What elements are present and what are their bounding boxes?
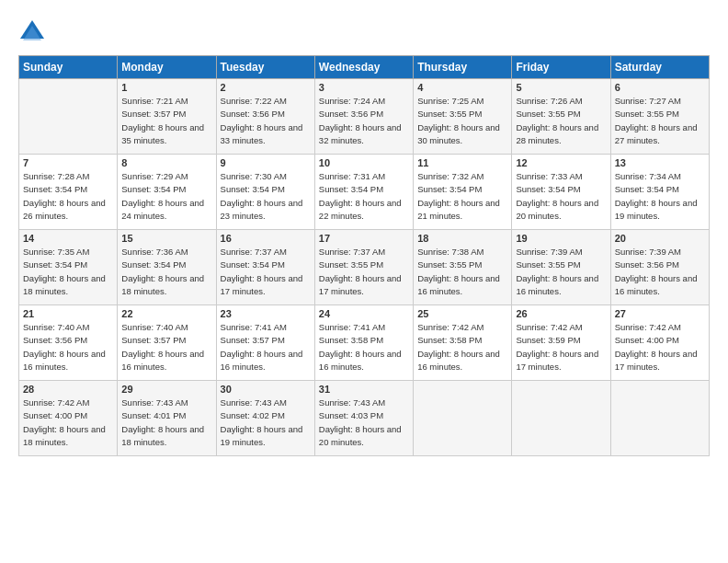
day-cell: 29 Sunrise: 7:43 AM Sunset: 4:01 PM Dayl… [118,381,216,456]
day-cell: 19 Sunrise: 7:39 AM Sunset: 3:55 PM Dayl… [512,230,610,305]
day-info: Sunrise: 7:25 AM Sunset: 3:55 PM Dayligh… [417,95,507,147]
day-cell: 7 Sunrise: 7:28 AM Sunset: 3:54 PM Dayli… [19,155,118,230]
sunset-text: Sunset: 3:58 PM [319,335,383,345]
day-number: 31 [319,384,409,395]
day-number: 25 [417,308,507,319]
sunset-text: Sunset: 3:54 PM [615,184,679,194]
day-info: Sunrise: 7:39 AM Sunset: 3:55 PM Dayligh… [516,246,606,298]
sunset-text: Sunset: 3:54 PM [319,184,383,194]
sunset-text: Sunset: 3:55 PM [615,109,679,119]
sunset-text: Sunset: 3:54 PM [121,184,186,194]
day-info: Sunrise: 7:29 AM Sunset: 3:54 PM Dayligh… [121,170,211,223]
sunrise-text: Sunrise: 7:43 AM [221,397,287,408]
sunset-text: Sunset: 4:03 PM [319,410,383,420]
week-row-4: 21 Sunrise: 7:40 AM Sunset: 3:56 PM Dayl… [19,305,710,381]
day-number: 13 [615,157,705,168]
day-cell: 31 Sunrise: 7:43 AM Sunset: 4:03 PM Dayl… [314,381,413,456]
day-info: Sunrise: 7:33 AM Sunset: 3:54 PM Dayligh… [516,170,606,223]
day-cell: 3 Sunrise: 7:24 AM Sunset: 3:56 PM Dayli… [314,79,413,155]
daylight-text: Daylight: 8 hours and 22 minutes. [319,198,402,221]
sunrise-text: Sunrise: 7:43 AM [319,397,385,408]
sunset-text: Sunset: 3:55 PM [417,259,482,270]
day-cell: 24 Sunrise: 7:41 AM Sunset: 3:58 PM Dayl… [314,305,413,381]
day-cell [512,381,610,456]
week-row-2: 7 Sunrise: 7:28 AM Sunset: 3:54 PM Dayli… [19,155,710,230]
day-cell: 17 Sunrise: 7:37 AM Sunset: 3:55 PM Dayl… [314,230,413,305]
daylight-text: Daylight: 8 hours and 17 minutes. [516,349,598,372]
sunrise-text: Sunrise: 7:28 AM [23,171,89,181]
day-info: Sunrise: 7:27 AM Sunset: 3:55 PM Dayligh… [615,95,705,147]
weekday-header-row: SundayMondayTuesdayWednesdayThursdayFrid… [19,56,710,79]
day-info: Sunrise: 7:34 AM Sunset: 3:54 PM Dayligh… [615,170,705,223]
sunrise-text: Sunrise: 7:42 AM [23,397,89,408]
daylight-text: Daylight: 8 hours and 21 minutes. [417,198,500,221]
day-info: Sunrise: 7:39 AM Sunset: 3:56 PM Dayligh… [615,246,705,298]
day-cell: 25 Sunrise: 7:42 AM Sunset: 3:58 PM Dayl… [414,305,512,381]
sunset-text: Sunset: 3:56 PM [23,335,87,345]
weekday-header-thursday: Thursday [414,56,512,79]
day-info: Sunrise: 7:43 AM Sunset: 4:03 PM Dayligh… [319,396,409,449]
daylight-text: Daylight: 8 hours and 16 minutes. [121,349,204,372]
sunrise-text: Sunrise: 7:43 AM [121,397,188,408]
day-cell: 2 Sunrise: 7:22 AM Sunset: 3:56 PM Dayli… [216,79,314,155]
sunset-text: Sunset: 3:54 PM [23,259,87,270]
day-cell: 6 Sunrise: 7:27 AM Sunset: 3:55 PM Dayli… [610,79,709,155]
sunset-text: Sunset: 3:54 PM [417,184,482,194]
sunset-text: Sunset: 3:59 PM [516,335,580,345]
daylight-text: Daylight: 8 hours and 18 minutes. [121,424,204,447]
page: SundayMondayTuesdayWednesdayThursdayFrid… [0,0,728,563]
daylight-text: Daylight: 8 hours and 19 minutes. [615,198,698,221]
sunrise-text: Sunrise: 7:40 AM [23,322,89,332]
daylight-text: Daylight: 8 hours and 18 minutes. [23,273,106,296]
day-number: 7 [23,157,113,168]
day-number: 8 [121,157,211,168]
day-info: Sunrise: 7:28 AM Sunset: 3:54 PM Dayligh… [23,170,113,223]
day-number: 1 [121,82,211,93]
sunrise-text: Sunrise: 7:42 AM [516,322,582,332]
weekday-header-monday: Monday [118,56,216,79]
day-info: Sunrise: 7:43 AM Sunset: 4:01 PM Dayligh… [121,396,211,449]
day-cell: 4 Sunrise: 7:25 AM Sunset: 3:55 PM Dayli… [414,79,512,155]
daylight-text: Daylight: 8 hours and 17 minutes. [319,273,402,296]
day-number: 18 [417,233,507,244]
day-info: Sunrise: 7:26 AM Sunset: 3:55 PM Dayligh… [516,95,606,147]
sunrise-text: Sunrise: 7:39 AM [615,247,681,257]
day-number: 9 [221,157,311,168]
day-info: Sunrise: 7:40 AM Sunset: 3:56 PM Dayligh… [23,321,113,373]
sunset-text: Sunset: 3:55 PM [516,109,580,119]
day-cell: 9 Sunrise: 7:30 AM Sunset: 3:54 PM Dayli… [216,155,314,230]
sunset-text: Sunset: 3:56 PM [615,259,679,270]
day-info: Sunrise: 7:22 AM Sunset: 3:56 PM Dayligh… [221,95,311,147]
daylight-text: Daylight: 8 hours and 16 minutes. [417,273,500,296]
sunset-text: Sunset: 3:54 PM [516,184,580,194]
daylight-text: Daylight: 8 hours and 16 minutes. [221,349,303,372]
day-info: Sunrise: 7:24 AM Sunset: 3:56 PM Dayligh… [319,95,409,147]
daylight-text: Daylight: 8 hours and 18 minutes. [121,273,204,296]
day-cell [610,381,709,456]
logo [18,18,50,46]
sunrise-text: Sunrise: 7:33 AM [516,171,582,181]
sunrise-text: Sunrise: 7:40 AM [121,322,188,332]
daylight-text: Daylight: 8 hours and 16 minutes. [417,349,500,372]
sunset-text: Sunset: 3:54 PM [221,184,285,194]
sunrise-text: Sunrise: 7:32 AM [417,171,483,181]
sunrise-text: Sunrise: 7:39 AM [516,247,582,257]
day-cell: 21 Sunrise: 7:40 AM Sunset: 3:56 PM Dayl… [19,305,118,381]
sunset-text: Sunset: 3:58 PM [417,335,482,345]
sunrise-text: Sunrise: 7:42 AM [615,322,681,332]
day-number: 19 [516,233,606,244]
sunset-text: Sunset: 4:02 PM [221,410,285,420]
day-cell: 27 Sunrise: 7:42 AM Sunset: 4:00 PM Dayl… [610,305,709,381]
day-cell [19,79,118,155]
sunset-text: Sunset: 3:55 PM [319,259,383,270]
day-number: 23 [221,308,311,319]
day-cell: 23 Sunrise: 7:41 AM Sunset: 3:57 PM Dayl… [216,305,314,381]
day-info: Sunrise: 7:41 AM Sunset: 3:58 PM Dayligh… [319,321,409,373]
sunrise-text: Sunrise: 7:38 AM [417,247,483,257]
sunrise-text: Sunrise: 7:26 AM [516,96,582,106]
day-info: Sunrise: 7:36 AM Sunset: 3:54 PM Dayligh… [121,246,211,298]
sunrise-text: Sunrise: 7:37 AM [319,247,385,257]
sunrise-text: Sunrise: 7:27 AM [615,96,681,106]
sunset-text: Sunset: 3:57 PM [121,109,186,119]
day-number: 21 [23,308,113,319]
